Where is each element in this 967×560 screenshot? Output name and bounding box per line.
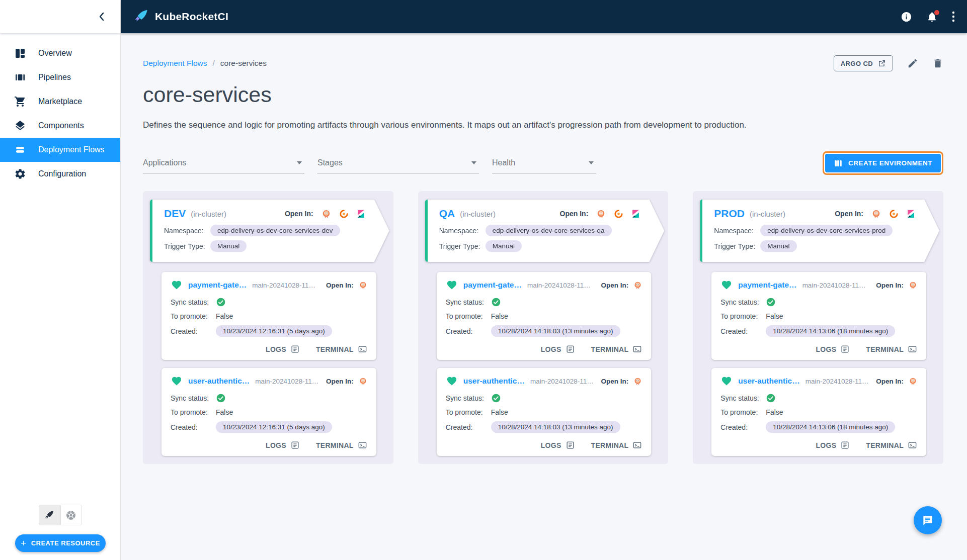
logs-button[interactable]: LOGS — [266, 440, 300, 450]
green-heart-icon — [446, 279, 458, 291]
health-filter-select[interactable]: Health — [492, 153, 596, 173]
sidebar-item-marketplace[interactable]: Marketplace — [0, 89, 120, 114]
green-heart-icon — [720, 279, 733, 291]
application-list: payment-gate… main-20241028-11… Open In:… — [143, 262, 393, 456]
application-name-link[interactable]: payment-gate… — [463, 281, 522, 290]
logs-button[interactable]: LOGS — [816, 440, 850, 450]
application-card: payment-gate… main-20241028-11… Open In:… — [162, 272, 376, 360]
delete-trash-icon[interactable] — [932, 58, 943, 69]
terminal-button[interactable]: TERMINAL — [316, 344, 367, 354]
argocd-icon[interactable] — [359, 281, 367, 290]
created-label: Created: — [171, 327, 216, 335]
logs-label: LOGS — [541, 441, 561, 449]
sidebar-item-deployment-flows[interactable]: Deployment Flows — [0, 138, 120, 162]
breadcrumb-separator: / — [213, 59, 215, 68]
application-name-link[interactable]: payment-gate… — [738, 281, 796, 290]
grafana-icon[interactable] — [889, 209, 899, 219]
applications-filter-select[interactable]: Applications — [143, 153, 304, 173]
argocd-icon[interactable] — [909, 281, 917, 290]
gear-icon — [14, 168, 26, 180]
info-icon[interactable] — [901, 11, 912, 23]
stages-filter-select[interactable]: Stages — [317, 153, 479, 173]
trigger-type-value: Manual — [486, 240, 522, 252]
environment-name-link[interactable]: QA — [439, 208, 455, 220]
argocd-icon[interactable] — [871, 209, 881, 219]
edit-pencil-icon[interactable] — [907, 58, 918, 69]
argocd-icon[interactable] — [633, 281, 642, 290]
kibana-icon[interactable] — [631, 209, 640, 219]
grafana-icon[interactable] — [614, 209, 623, 219]
sidebar-footer: + CREATE RESOURCE — [0, 505, 120, 560]
sync-status-label: Sync status: — [171, 394, 216, 402]
sync-status-label: Sync status: — [171, 298, 216, 306]
green-check-circle-icon — [216, 297, 226, 307]
sidebar-collapse-button[interactable] — [95, 9, 108, 25]
application-version: main-20241028-11… — [805, 378, 869, 385]
argocd-icon[interactable] — [321, 209, 331, 219]
kubernetes-view-toggle[interactable] — [60, 505, 82, 525]
logs-button[interactable]: LOGS — [816, 344, 850, 354]
logs-button[interactable]: LOGS — [541, 440, 575, 450]
environment-column: QA (in-cluster) Open In: — [418, 191, 669, 464]
application-name-link[interactable]: user-authentic… — [188, 377, 250, 386]
rocket-view-toggle[interactable] — [39, 505, 60, 525]
sidebar-item-overview[interactable]: Overview — [0, 41, 120, 65]
open-in-label: Open In: — [601, 378, 629, 385]
argocd-icon[interactable] — [633, 377, 642, 386]
stacked-bars-icon — [14, 144, 26, 156]
terminal-button[interactable]: TERMINAL — [591, 344, 642, 354]
to-promote-value: False — [491, 408, 508, 416]
namespace-value: edp-delivery-os-dev-core-services-dev — [210, 225, 340, 236]
terminal-button[interactable]: TERMINAL — [866, 344, 917, 354]
created-label: Created: — [720, 423, 766, 431]
grafana-icon[interactable] — [339, 209, 349, 219]
application-name-link[interactable]: user-authentic… — [738, 377, 799, 386]
namespace-value: edp-delivery-os-dev-core-services-qa — [486, 225, 612, 236]
chat-bubble-icon — [921, 514, 934, 527]
sync-status-label: Sync status: — [446, 394, 491, 402]
application-list: payment-gate… main-20241028-11… Open In:… — [693, 262, 943, 456]
application-version: main-20241028-11… — [802, 282, 866, 289]
argocd-icon[interactable] — [359, 377, 367, 386]
argocd-icon[interactable] — [596, 209, 606, 219]
created-value: 10/28/2024 14:13:06 (18 minutes ago) — [766, 421, 895, 433]
open-in-label: Open In: — [326, 378, 354, 385]
sidebar-item-configuration[interactable]: Configuration — [0, 162, 120, 186]
chevron-down-icon — [589, 161, 594, 164]
terminal-icon — [908, 440, 917, 450]
sidebar-item-pipelines[interactable]: Pipelines — [0, 65, 120, 89]
terminal-button[interactable]: TERMINAL — [591, 440, 642, 450]
notifications-icon[interactable] — [926, 11, 938, 23]
chat-fab-button[interactable] — [914, 506, 942, 534]
application-name-link[interactable]: payment-gate… — [188, 281, 247, 290]
rocket-view-icon — [44, 510, 55, 521]
environment-name-link[interactable]: PROD — [714, 208, 745, 220]
kuberocketci-logo-icon — [133, 9, 149, 25]
create-resource-button[interactable]: + CREATE RESOURCE — [15, 534, 106, 552]
page-description: Defines the sequence and logic for promo… — [143, 120, 943, 130]
brand: KubeRocketCI — [133, 9, 228, 25]
kibana-icon[interactable] — [907, 209, 915, 219]
open-in-label: Open In: — [285, 210, 313, 218]
terminal-button[interactable]: TERMINAL — [316, 440, 367, 450]
chevron-left-icon — [98, 12, 105, 22]
logs-button[interactable]: LOGS — [541, 344, 575, 354]
terminal-button[interactable]: TERMINAL — [866, 440, 917, 450]
argocd-icon[interactable] — [909, 377, 917, 386]
create-resource-label: CREATE RESOURCE — [31, 539, 100, 547]
sidebar-item-components[interactable]: Components — [0, 114, 120, 138]
trigger-type-label: Trigger Type: — [714, 242, 760, 250]
application-name-link[interactable]: user-authentic… — [463, 377, 525, 386]
environment-name-link[interactable]: DEV — [164, 208, 186, 220]
application-version: main-20241028-11… — [527, 282, 591, 289]
sidebar: Overview Pipelines Marketplace Component… — [0, 0, 121, 560]
trigger-type-value: Manual — [760, 240, 796, 252]
logs-button[interactable]: LOGS — [266, 344, 300, 354]
kebab-menu-icon[interactable] — [952, 11, 955, 23]
created-value: 10/28/2024 14:18:03 (13 minutes ago) — [491, 421, 620, 433]
create-environment-button[interactable]: CREATE ENVIRONMENT — [825, 154, 941, 172]
environments-row: DEV (in-cluster) Open In: — [143, 191, 943, 464]
argo-cd-button[interactable]: ARGO CD — [834, 55, 893, 71]
breadcrumb-deployment-flows-link[interactable]: Deployment Flows — [143, 59, 207, 68]
kibana-icon[interactable] — [357, 209, 365, 219]
